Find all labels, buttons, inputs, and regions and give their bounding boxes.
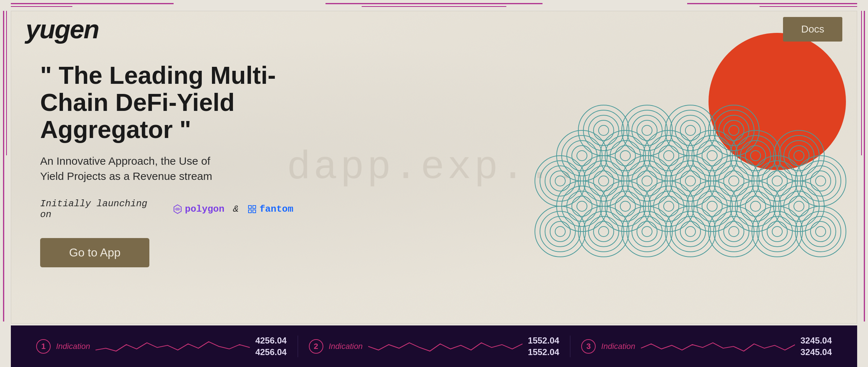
svg-point-73 (745, 196, 766, 216)
indicator-value-1a: 4256.04 (255, 336, 287, 346)
hero-content: " The Leading Multi-Chain DeFi-Yield Agg… (40, 62, 293, 267)
left-edge (0, 11, 11, 321)
svg-point-121 (605, 135, 646, 176)
logo: Yugen (26, 14, 99, 44)
svg-point-153 (637, 120, 657, 141)
indicator-number-1: 1 (36, 339, 51, 354)
svg-point-148 (593, 120, 614, 141)
svg-point-97 (675, 166, 706, 196)
svg-point-81 (540, 161, 580, 201)
svg-point-17 (545, 216, 575, 247)
svg-point-118 (572, 146, 592, 166)
svg-point-131 (692, 135, 732, 176)
svg-point-16 (540, 211, 580, 252)
indicator-label-1: Indication (56, 342, 90, 351)
svg-point-99 (685, 176, 695, 186)
launch-text: Initially launching on polygon & fantom (40, 198, 293, 220)
svg-point-67 (697, 191, 727, 221)
svg-point-64 (664, 201, 674, 211)
svg-point-86 (583, 161, 624, 201)
svg-point-62 (654, 191, 684, 221)
svg-point-127 (654, 141, 684, 171)
svg-rect-12 (248, 210, 251, 213)
indicator-value-3b: 3245.04 (800, 347, 832, 357)
svg-point-54 (577, 201, 587, 211)
svg-point-42 (762, 216, 792, 247)
svg-point-71 (735, 186, 776, 226)
right-edge (857, 11, 868, 321)
svg-point-83 (550, 171, 570, 191)
svg-point-56 (605, 186, 646, 226)
svg-point-146 (583, 110, 624, 151)
illustration (531, 29, 857, 282)
indicator-values-3: 3245.04 3245.04 (800, 336, 832, 357)
indicator-label-2: Indication (329, 342, 363, 351)
svg-point-14 (709, 33, 846, 170)
svg-point-24 (599, 226, 609, 237)
svg-point-134 (707, 151, 717, 161)
svg-point-69 (707, 201, 717, 211)
svg-point-49 (816, 226, 826, 237)
svg-point-91 (627, 161, 667, 201)
svg-point-151 (627, 110, 667, 151)
svg-rect-13 (253, 210, 256, 213)
svg-point-79 (794, 201, 804, 211)
svg-point-78 (789, 196, 809, 216)
svg-point-109 (772, 176, 782, 186)
svg-point-129 (664, 151, 674, 161)
goto-app-button[interactable]: Go to App (40, 238, 149, 267)
svg-point-154 (642, 125, 652, 135)
svg-point-36 (714, 211, 754, 252)
svg-point-82 (545, 166, 575, 196)
svg-point-96 (670, 161, 711, 201)
polygon-logo: polygon (173, 204, 224, 215)
indicator-value-2a: 1552.04 (528, 336, 559, 346)
svg-point-52 (567, 191, 597, 221)
svg-point-107 (762, 166, 792, 196)
indicator-item-1: 1 Indication 4256.04 4256.04 (25, 336, 298, 357)
docs-button[interactable]: Docs (783, 17, 842, 42)
svg-point-147 (588, 115, 619, 146)
indicator-number-2: 2 (309, 339, 323, 354)
svg-point-29 (642, 226, 652, 237)
svg-point-88 (593, 171, 614, 191)
indicator-item-2: 2 Indication 1552.04 1552.04 (298, 336, 571, 357)
svg-point-124 (620, 151, 630, 161)
svg-rect-10 (248, 206, 251, 208)
svg-point-19 (555, 226, 565, 237)
svg-point-32 (675, 216, 706, 247)
svg-point-48 (810, 221, 831, 242)
svg-point-94 (642, 176, 652, 186)
svg-point-27 (632, 216, 662, 247)
chart-line-1 (95, 337, 250, 355)
svg-point-38 (724, 221, 744, 242)
indicator-number-3: 3 (581, 339, 596, 354)
svg-point-123 (615, 146, 635, 166)
svg-point-149 (599, 125, 609, 135)
svg-point-39 (729, 226, 739, 237)
svg-point-108 (767, 171, 787, 191)
svg-point-31 (670, 211, 711, 252)
svg-point-18 (550, 221, 570, 242)
svg-point-74 (750, 201, 761, 211)
svg-point-119 (577, 151, 587, 161)
polygon-icon (173, 204, 183, 214)
top-decorations (0, 0, 868, 11)
fantom-logo: fantom (247, 204, 293, 215)
svg-point-113 (810, 171, 831, 191)
indicator-label-3: Indication (601, 342, 635, 351)
svg-point-57 (610, 191, 641, 221)
svg-point-37 (719, 216, 749, 247)
svg-point-46 (800, 211, 841, 252)
svg-point-122 (610, 141, 641, 171)
indicator-value-3a: 3245.04 (800, 336, 832, 346)
svg-point-53 (572, 196, 592, 216)
svg-rect-11 (253, 206, 256, 208)
svg-point-76 (779, 186, 819, 226)
svg-point-117 (567, 141, 597, 171)
svg-point-28 (637, 221, 657, 242)
svg-point-87 (588, 166, 619, 196)
svg-point-126 (648, 135, 689, 176)
svg-point-103 (724, 171, 744, 191)
svg-point-133 (702, 146, 722, 166)
